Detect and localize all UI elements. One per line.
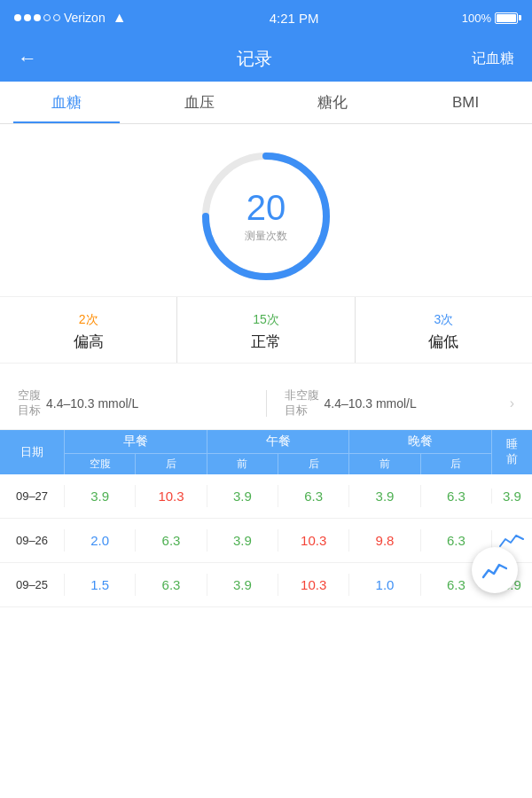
table-row[interactable]: 09–26 2.0 6.3 3.9 10.3 9.8 6.3: [0, 519, 532, 563]
cell-0925-dinner-before: 1.0: [348, 574, 419, 596]
back-button[interactable]: ←: [18, 47, 37, 70]
chart-line-icon: [482, 560, 507, 580]
tab-glycation[interactable]: 糖化: [266, 82, 399, 123]
th-date: 日期: [0, 430, 64, 474]
fasting-label2: 目标: [18, 403, 41, 419]
data-table: 日期 早餐 空腹 后 午餐 前 后 晚餐 前 后: [0, 430, 532, 607]
cell-0926-breakfast-before: 2.0: [64, 529, 135, 552]
cell-0927-dinner-after: 6.3: [420, 485, 491, 507]
th-lunch-before: 前: [207, 454, 278, 474]
fasting-label1: 空腹: [18, 388, 41, 403]
stats-row: 2次 偏高 15次 正常 3次 偏低: [0, 296, 532, 364]
th-breakfast-subs: 空腹 后: [65, 454, 207, 474]
dot-2: [24, 14, 31, 21]
record-blood-sugar-button[interactable]: 记血糖: [472, 50, 514, 68]
battery-fill: [497, 14, 516, 22]
chart-fab-button[interactable]: [472, 547, 518, 593]
nonfasting-label1: 非空腹: [285, 388, 319, 403]
cell-0927-lunch-after: 6.3: [278, 485, 348, 507]
cell-0926-lunch-after: 10.3: [278, 529, 348, 552]
stat-normal-label: 正常: [251, 332, 281, 352]
stat-normal: 15次 正常: [177, 297, 355, 363]
th-breakfast-before: 空腹: [65, 454, 136, 474]
dot-5: [53, 14, 60, 21]
th-dinner-after: 后: [421, 454, 491, 474]
th-dinner-before: 前: [349, 454, 420, 474]
th-lunch-subs: 前 后: [207, 454, 349, 474]
stat-high: 2次 偏高: [0, 297, 177, 363]
th-dinner: 晚餐 前 后: [348, 430, 491, 474]
stat-high-label: 偏高: [74, 332, 104, 352]
table-header: 日期 早餐 空腹 后 午餐 前 后 晚餐 前 后: [0, 430, 532, 474]
fasting-target[interactable]: 空腹 目标 4.4–10.3 mmol/L: [18, 388, 248, 419]
carrier-label: Verizon: [64, 11, 106, 25]
table-row[interactable]: 09–25 1.5 6.3 3.9 10.3 1.0 6.3 3.9: [0, 563, 532, 607]
cell-0927-sleep: 3.9: [491, 489, 532, 504]
cell-0925-lunch-before: 3.9: [207, 574, 278, 596]
th-breakfast-after: 后: [136, 454, 206, 474]
cell-0926-dinner-before: 9.8: [348, 529, 419, 552]
nonfasting-target-value: 4.4–10.3 mmol/L: [325, 396, 417, 411]
nonfasting-label-group: 非空腹 目标: [285, 388, 319, 419]
circle-text: 20 测量次数: [245, 190, 287, 244]
cell-0925-breakfast-before: 1.5: [64, 574, 135, 596]
cell-0925-breakfast-after: 6.3: [135, 574, 206, 596]
target-row: 空腹 目标 4.4–10.3 mmol/L 非空腹 目标 4.4–10.3 mm…: [0, 378, 532, 430]
status-right: 100%: [462, 12, 518, 25]
tab-bmi[interactable]: BMI: [399, 82, 532, 123]
battery-label: 100%: [462, 12, 491, 25]
nonfasting-label2: 目标: [285, 403, 319, 419]
tab-blood-sugar[interactable]: 血糖: [0, 82, 133, 123]
dot-3: [34, 14, 41, 21]
dot-4: [43, 14, 51, 21]
stat-low-count: 3次: [434, 308, 453, 328]
status-left: Verizon ▲: [14, 10, 127, 26]
tab-bar: 血糖 血压 糖化 BMI: [0, 82, 532, 124]
th-dinner-subs: 前 后: [349, 454, 491, 474]
battery-icon: [495, 12, 518, 24]
th-lunch-after: 后: [278, 454, 348, 474]
target-divider: [266, 390, 267, 417]
cell-0927-breakfast-before: 3.9: [64, 485, 135, 507]
status-bar: Verizon ▲ 4:21 PM 100%: [0, 0, 532, 35]
fasting-label-group: 空腹 目标: [18, 388, 41, 419]
dot-1: [14, 14, 21, 21]
cell-0927-dinner-before: 3.9: [348, 485, 419, 507]
chevron-right-icon: ›: [510, 395, 514, 411]
main-content: 20 测量次数 2次 偏高 15次 正常 3次 偏低: [0, 124, 532, 607]
stat-low-label: 偏低: [428, 332, 458, 352]
wifi-icon: ▲: [113, 10, 127, 26]
th-lunch-label: 午餐: [207, 430, 349, 454]
row-date-0925: 09–25: [0, 578, 64, 591]
cell-0926-lunch-before: 3.9: [207, 529, 278, 552]
nav-bar: ← 记录 记血糖: [0, 35, 532, 82]
chart-icon: [498, 530, 525, 550]
measurement-circle: 20 测量次数: [195, 145, 337, 287]
cell-0926-breakfast-after: 6.3: [135, 529, 206, 552]
circle-section: 20 测量次数 2次 偏高 15次 正常 3次 偏低: [0, 124, 532, 378]
row-date-0927: 09–27: [0, 489, 64, 503]
cell-0925-lunch-after: 10.3: [278, 574, 348, 596]
time-label: 4:21 PM: [270, 11, 319, 26]
stat-normal-count: 15次: [253, 308, 279, 328]
th-breakfast-label: 早餐: [65, 430, 207, 454]
stat-low: 3次 偏低: [356, 297, 532, 363]
th-sleep: 睡前: [491, 430, 532, 474]
th-dinner-label: 晚餐: [349, 430, 491, 454]
tab-blood-pressure[interactable]: 血压: [133, 82, 266, 123]
page-title: 记录: [237, 47, 272, 71]
th-lunch: 午餐 前 后: [207, 430, 349, 474]
fasting-target-value: 4.4–10.3 mmol/L: [46, 396, 138, 411]
measurement-count: 20: [245, 190, 287, 225]
signal-dots: [14, 14, 60, 21]
row-date-0926: 09–26: [0, 534, 64, 547]
stat-high-count: 2次: [79, 308, 98, 328]
th-breakfast: 早餐 空腹 后: [64, 430, 207, 474]
measurement-label: 测量次数: [245, 229, 287, 244]
cell-0927-breakfast-after: 10.3: [135, 485, 206, 507]
cell-0927-lunch-before: 3.9: [207, 485, 278, 507]
nonfasting-target[interactable]: 非空腹 目标 4.4–10.3 mmol/L ›: [285, 388, 515, 419]
cell-0926-dinner-after: 6.3: [420, 529, 491, 552]
table-row[interactable]: 09–27 3.9 10.3 3.9 6.3 3.9 6.3 3.9: [0, 474, 532, 519]
